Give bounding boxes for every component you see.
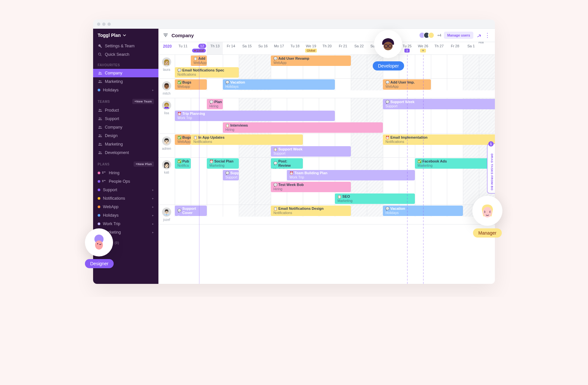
task-bar[interactable]: 📋SEO Marketing <box>335 193 415 204</box>
grid-cell[interactable] <box>415 55 431 78</box>
task-bar[interactable]: 💬Plan Hiring <box>207 99 223 109</box>
task-bar[interactable]: 💬Support Week Support <box>383 99 495 109</box>
sidebar-item-marketing[interactable]: Marketing <box>93 77 158 86</box>
day-header[interactable]: Th 27 <box>431 42 447 54</box>
gantt-chart[interactable]: 👩🏼 laura 📋Add WebApp 💬Add User Revamp We… <box>158 55 495 284</box>
task-bar[interactable]: ✅Pub Notifica <box>175 158 191 169</box>
traffic-light-close[interactable] <box>97 23 100 26</box>
task-bar[interactable]: 💬Add User Revamp WebApp <box>271 55 351 66</box>
grid-cell[interactable] <box>223 205 239 217</box>
sidebar-item-hiring[interactable]: Hiring <box>93 169 158 177</box>
lane-header[interactable]: 👩🏼‍🦱 lisa <box>158 98 175 133</box>
day-header[interactable]: Th 13 <box>207 42 223 54</box>
grid-cell[interactable] <box>207 205 223 217</box>
day-header[interactable]: We 19Global <box>303 42 319 54</box>
sidebar-item-company[interactable]: Company <box>93 69 158 77</box>
sidebar-item-company[interactable]: Company <box>93 123 158 131</box>
task-bar[interactable]: 💬Vacation Holidays <box>383 206 463 216</box>
grid-cell[interactable] <box>367 134 383 157</box>
year-label[interactable]: 2020 <box>158 42 175 54</box>
day-header[interactable]: Mo 17 <box>271 42 287 54</box>
task-bar[interactable]: ✅Facebook Ads Marketing <box>415 158 495 169</box>
sidebar-item-holidays[interactable]: Holidays▸ <box>93 86 158 94</box>
grid-cell[interactable] <box>351 134 367 157</box>
grid-cell[interactable] <box>479 55 495 78</box>
sidebar-item-support[interactable]: Support▸ <box>93 186 158 194</box>
task-bar[interactable]: 📋In App Updates Notifications <box>191 134 303 145</box>
day-header[interactable]: Th 20 <box>319 42 335 54</box>
sidebar-item-holidays[interactable]: Holidays▸ <box>93 211 158 220</box>
task-bar[interactable]: 📋Add WebApp <box>191 55 207 66</box>
grid-cell[interactable] <box>351 55 367 78</box>
workspace-switcher[interactable]: Toggl Plan <box>93 29 158 42</box>
member-avatars[interactable] <box>421 32 434 38</box>
task-bar[interactable]: ⏰Social Plan Marketing <box>207 158 239 169</box>
grid-cell[interactable] <box>335 79 351 90</box>
task-bar[interactable]: ⏰Trip Planning Work Trip <box>175 111 335 121</box>
day-header[interactable]: Tu 11 <box>175 42 191 54</box>
sidebar-item-design[interactable]: Design <box>93 131 158 140</box>
grid-cell[interactable] <box>239 205 255 217</box>
task-bar[interactable]: ⏰Email Implementation Notifications <box>383 134 495 145</box>
sidebar-item-webapp[interactable]: WebApp▸ <box>93 203 158 211</box>
grid-cell[interactable] <box>255 205 271 217</box>
grid-cell[interactable] <box>367 205 383 217</box>
task-bar[interactable]: 💬Email Notifications Spec Notifications <box>175 67 239 78</box>
backlog-drawer[interactable]: 1 DRAG TASKS FROM BO <box>487 144 495 193</box>
lane-header[interactable]: 👩🏼 laura <box>158 55 175 78</box>
grid-cell[interactable] <box>239 55 255 78</box>
grid-cell[interactable] <box>367 79 383 90</box>
task-bar[interactable]: 💬Support Cover Support <box>175 206 207 216</box>
day-header[interactable]: Fr 28 <box>447 42 463 54</box>
day-header[interactable]: We 12● Local <box>191 42 207 54</box>
quick-search[interactable]: Quick Search <box>93 50 158 59</box>
grid-cell[interactable] <box>351 79 367 90</box>
task-bar[interactable]: ⏰Team Building Plan Work Trip <box>287 170 415 180</box>
traffic-light-min[interactable] <box>102 23 106 26</box>
traffic-light-max[interactable] <box>107 23 111 26</box>
sidebar-item-people-ops[interactable]: People Ops <box>93 177 158 186</box>
lane-header[interactable]: 👨🏾 mitch <box>158 79 175 98</box>
grid-cell[interactable] <box>255 158 271 205</box>
task-bar[interactable]: 💬Vacation Holidays <box>223 79 335 90</box>
grid-cell[interactable] <box>319 158 335 205</box>
task-bar[interactable]: 💬Post: Review Marketing <box>271 158 303 169</box>
manage-users-button[interactable]: Manage users <box>444 32 473 39</box>
sidebar-item-work-trip[interactable]: Work Trip▸ <box>93 220 158 228</box>
task-bar[interactable]: ✅Bugs Webapp <box>175 79 207 90</box>
task-bar[interactable]: 📋Interviews Hiring <box>223 122 383 133</box>
task-bar[interactable]: 💬Supp Support <box>223 170 239 180</box>
grid-cell[interactable] <box>447 79 463 90</box>
filter-icon[interactable] <box>163 33 168 38</box>
grid-cell[interactable] <box>255 55 271 78</box>
grid-cell[interactable] <box>303 158 319 205</box>
sidebar-item-notifications[interactable]: Notifications▸ <box>93 194 158 203</box>
grid-cell[interactable] <box>239 158 255 205</box>
sidebar-item-support[interactable]: Support <box>93 115 158 123</box>
share-icon[interactable] <box>476 32 482 38</box>
teams-add-button[interactable]: +New Team <box>132 99 154 104</box>
day-header[interactable]: Sa 1 <box>463 42 479 54</box>
grid-cell[interactable] <box>463 79 479 90</box>
grid-cell[interactable] <box>463 55 479 78</box>
task-bar[interactable]: 📋Support Week Support <box>271 146 351 157</box>
lane-header[interactable]: 👩🏻 kati <box>158 158 175 205</box>
sidebar-item-product[interactable]: Product <box>93 106 158 115</box>
more-menu[interactable]: ⋮ <box>484 32 490 39</box>
day-header[interactable]: Su 16 <box>255 42 271 54</box>
task-bar[interactable]: ✅Bugs WebApp <box>175 134 191 145</box>
grid-cell[interactable] <box>479 79 495 90</box>
grid-cell[interactable] <box>191 158 207 205</box>
settings-link[interactable]: Settings & Team <box>93 42 158 50</box>
day-header[interactable]: Sa 15 <box>239 42 255 54</box>
grid-cell[interactable] <box>447 55 463 78</box>
grid-cell[interactable] <box>207 79 223 90</box>
grid-cell[interactable] <box>431 55 447 78</box>
task-bar[interactable]: 💬Test Week Bob Hiring <box>271 182 351 192</box>
day-header[interactable]: We 26☀ <box>415 42 431 54</box>
avatar-overflow[interactable]: +4 <box>437 33 441 37</box>
task-bar[interactable]: 📋Email Notifications Design Notification… <box>271 206 351 216</box>
day-header[interactable]: Sa 22 <box>351 42 367 54</box>
day-header[interactable]: Tu 18 <box>287 42 303 54</box>
sidebar-item-development[interactable]: Development <box>93 148 158 157</box>
